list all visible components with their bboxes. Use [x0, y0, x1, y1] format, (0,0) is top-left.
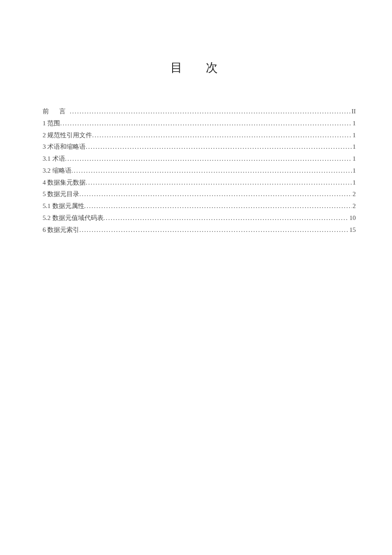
- toc-entry-page: 2: [352, 188, 356, 200]
- toc-entry-page: II: [351, 106, 356, 118]
- toc-entry-page: 15: [349, 224, 356, 236]
- toc-dots: [65, 153, 352, 165]
- toc-entry: 5.2 数据元值域代码表 10: [43, 212, 356, 224]
- toc-entry: 5 数据元目录 2: [43, 188, 356, 200]
- toc-dots: [92, 130, 352, 142]
- toc-entry-label: 3.2 缩略语: [43, 165, 72, 177]
- toc-entry-label: 前 言: [43, 106, 70, 118]
- toc-dots: [86, 141, 352, 153]
- toc-entry: 3.1 术语 1: [43, 153, 356, 165]
- toc-entry-label: 3.1 术语: [43, 153, 65, 165]
- toc-entry: 5.1 数据元属性 2: [43, 200, 356, 212]
- toc-entry-label: 5.1 数据元属性: [43, 200, 84, 212]
- toc-dots: [72, 165, 352, 177]
- toc-dots: [60, 118, 352, 130]
- toc-entry: 前 言 II: [43, 106, 356, 118]
- toc-dots: [79, 224, 349, 236]
- toc-entry-label: 3 术语和缩略语: [43, 141, 86, 153]
- toc-entry-page: 1: [352, 141, 356, 153]
- toc-entry-label: 5 数据元目录: [43, 188, 79, 200]
- toc-entry: 6 数据元索引 15: [43, 224, 356, 236]
- toc-dots: [84, 200, 352, 212]
- toc-entry-label: 1 范围: [43, 118, 60, 130]
- toc-title: 目 次: [43, 60, 356, 76]
- toc-entry-page: 10: [349, 212, 356, 224]
- toc-entry: 3.2 缩略语 1: [43, 165, 356, 177]
- toc-entry: 4 数据集元数据 1: [43, 177, 356, 189]
- toc-dots: [79, 188, 352, 200]
- toc-entry: 2 规范性引用文件 1: [43, 130, 356, 142]
- toc-dots: [104, 212, 349, 224]
- toc-entry-page: 1: [352, 130, 356, 142]
- toc-entry-label: 4 数据集元数据: [43, 177, 86, 189]
- toc-entry-page: 1: [352, 153, 356, 165]
- toc-entry: 3 术语和缩略语 1: [43, 141, 356, 153]
- toc-dots: [86, 177, 352, 189]
- toc-entry-page: 1: [352, 118, 356, 130]
- toc-dots: [70, 106, 351, 118]
- toc-entry: 1 范围 1: [43, 118, 356, 130]
- toc-entry-page: 2: [352, 200, 356, 212]
- toc-entry-page: 1: [352, 165, 356, 177]
- table-of-contents: 前 言 II 1 范围 1 2 规范性引用文件 1 3 术语和缩略语 1 3.1…: [43, 106, 356, 236]
- toc-entry-label: 5.2 数据元值域代码表: [43, 212, 104, 224]
- toc-entry-label: 6 数据元索引: [43, 224, 79, 236]
- document-page: 目 次 前 言 II 1 范围 1 2 规范性引用文件 1 3 术语和缩略语 1…: [0, 0, 392, 236]
- toc-entry-page: 1: [352, 177, 356, 189]
- toc-entry-label: 2 规范性引用文件: [43, 130, 92, 142]
